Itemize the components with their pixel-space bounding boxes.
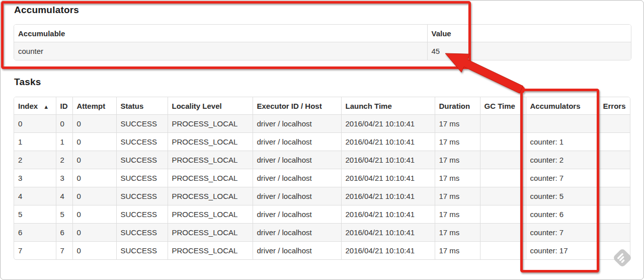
table-cell: PROCESS_LOCAL: [168, 205, 253, 224]
table-cell: 45: [427, 42, 631, 60]
column-header-duration[interactable]: Duration: [435, 97, 480, 115]
table-cell: 1: [56, 133, 72, 151]
table-row: 330SUCCESSPROCESS_LOCALdriver / localhos…: [14, 169, 630, 187]
table-cell: 0: [72, 133, 116, 151]
column-header-value: Value: [427, 25, 631, 42]
table-row: 220SUCCESSPROCESS_LOCALdriver / localhos…: [14, 151, 630, 169]
skitch-watermark-icon: [611, 247, 633, 269]
table-row: 550SUCCESSPROCESS_LOCALdriver / localhos…: [14, 205, 630, 224]
column-header-accumulable: Accumulable: [14, 25, 427, 42]
table-row: 770SUCCESSPROCESS_LOCALdriver / localhos…: [14, 242, 630, 260]
column-header-index[interactable]: Index▲: [14, 97, 56, 115]
column-header-locality-level[interactable]: Locality Level: [168, 97, 253, 115]
column-header-executor-id-host[interactable]: Executor ID / Host: [253, 97, 341, 115]
table-cell: 0: [72, 169, 116, 187]
table-cell: SUCCESS: [116, 115, 168, 133]
table-cell: SUCCESS: [116, 169, 168, 187]
table-cell: SUCCESS: [116, 133, 168, 151]
table-cell: SUCCESS: [116, 205, 168, 224]
tasks-section-title: Tasks: [14, 77, 41, 88]
table-row: counter45: [14, 42, 631, 60]
table-cell: PROCESS_LOCAL: [168, 169, 253, 187]
table-cell: 2016/04/21 10:10:41: [341, 115, 435, 133]
table-cell: 2016/04/21 10:10:41: [341, 151, 435, 169]
table-cell: SUCCESS: [116, 187, 168, 205]
table-cell: PROCESS_LOCAL: [168, 187, 253, 205]
column-header-index-label: Index: [18, 102, 38, 110]
table-row: 660SUCCESSPROCESS_LOCALdriver / localhos…: [14, 224, 630, 242]
tasks-table-body: 000SUCCESSPROCESS_LOCALdriver / localhos…: [14, 115, 630, 260]
table-cell: 17 ms: [435, 169, 480, 187]
table-cell: 17 ms: [435, 133, 480, 151]
table-cell: 4: [56, 187, 72, 205]
table-cell: [599, 151, 630, 169]
table-cell: 0: [72, 242, 116, 260]
table-cell: 0: [56, 115, 72, 133]
table-cell: counter: [14, 42, 427, 60]
table-cell: 7: [14, 242, 56, 260]
table-cell: [480, 224, 526, 242]
table-row: 000SUCCESSPROCESS_LOCALdriver / localhos…: [14, 115, 630, 133]
table-cell: 7: [56, 242, 72, 260]
table-cell: 17 ms: [435, 224, 480, 242]
table-cell: 0: [72, 115, 116, 133]
table-cell: PROCESS_LOCAL: [168, 133, 253, 151]
table-cell: driver / localhost: [253, 115, 341, 133]
table-cell: 2: [56, 151, 72, 169]
table-cell: [599, 133, 630, 151]
table-cell: 17 ms: [435, 205, 480, 224]
table-cell: 2016/04/21 10:10:41: [341, 133, 435, 151]
table-cell: counter: 2: [526, 151, 599, 169]
table-cell: driver / localhost: [253, 242, 341, 260]
table-cell: counter: 1: [526, 133, 599, 151]
table-cell: [526, 115, 599, 133]
column-header-gc-time[interactable]: GC Time: [480, 97, 526, 115]
table-cell: driver / localhost: [253, 151, 341, 169]
table-cell: 17 ms: [435, 115, 480, 133]
table-cell: driver / localhost: [253, 133, 341, 151]
table-cell: 6: [14, 224, 56, 242]
table-cell: PROCESS_LOCAL: [168, 242, 253, 260]
table-cell: 2016/04/21 10:10:41: [341, 224, 435, 242]
table-cell: 0: [72, 205, 116, 224]
table-cell: 17 ms: [435, 151, 480, 169]
table-cell: [599, 115, 630, 133]
table-cell: [599, 224, 630, 242]
table-header-row: Index▲ ID Attempt Status Locality Level …: [14, 97, 630, 115]
table-cell: [599, 187, 630, 205]
table-cell: 4: [14, 187, 56, 205]
column-header-errors[interactable]: Errors: [599, 97, 630, 115]
table-cell: SUCCESS: [116, 224, 168, 242]
table-cell: 17 ms: [435, 242, 480, 260]
table-cell: PROCESS_LOCAL: [168, 115, 253, 133]
column-header-accumulators[interactable]: Accumulators: [526, 97, 599, 115]
table-cell: [480, 242, 526, 260]
table-cell: driver / localhost: [253, 224, 341, 242]
column-header-id[interactable]: ID: [56, 97, 72, 115]
table-header-row: Accumulable Value: [14, 25, 631, 42]
table-cell: [480, 133, 526, 151]
accumulators-section-title: Accumulators: [14, 5, 79, 16]
table-cell: counter: 5: [526, 187, 599, 205]
table-cell: 2016/04/21 10:10:41: [341, 187, 435, 205]
table-cell: 2: [14, 151, 56, 169]
table-cell: SUCCESS: [116, 242, 168, 260]
table-cell: [599, 205, 630, 224]
table-cell: driver / localhost: [253, 169, 341, 187]
table-cell: 3: [14, 169, 56, 187]
table-cell: [599, 169, 630, 187]
table-cell: [480, 151, 526, 169]
table-cell: 3: [56, 169, 72, 187]
table-cell: 6: [56, 224, 72, 242]
table-cell: counter: 7: [526, 224, 599, 242]
column-header-status[interactable]: Status: [116, 97, 168, 115]
column-header-attempt[interactable]: Attempt: [72, 97, 116, 115]
column-header-launch-time[interactable]: Launch Time: [341, 97, 435, 115]
accumulators-table-body: counter45: [14, 42, 631, 60]
table-cell: PROCESS_LOCAL: [168, 224, 253, 242]
table-cell: 17 ms: [435, 187, 480, 205]
table-cell: driver / localhost: [253, 205, 341, 224]
table-cell: counter: 6: [526, 205, 599, 224]
table-cell: 5: [14, 205, 56, 224]
table-row: 110SUCCESSPROCESS_LOCALdriver / localhos…: [14, 133, 630, 151]
